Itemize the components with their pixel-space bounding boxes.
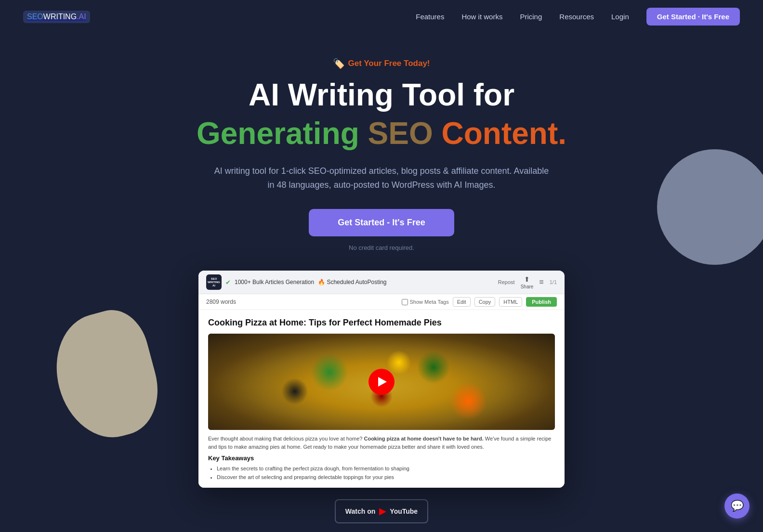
hero-headline-line2: Generating SEO Content. <box>19 117 744 150</box>
nav-resources[interactable]: Resources <box>559 13 594 21</box>
nav-links: Features How it works Pricing Resources … <box>416 13 740 21</box>
check-icon: ✔ <box>225 279 231 286</box>
nav-how-it-works[interactable]: How it works <box>461 13 502 21</box>
copy-button[interactable]: Copy <box>474 297 496 307</box>
key-takeaways-list: Learn the secrets to crafting the perfec… <box>208 465 555 481</box>
youtube-label: YouTube <box>390 507 418 515</box>
toolbar-left: SEO WRITING AI ✔ 1000+ Bulk Articles Gen… <box>206 274 387 290</box>
toolbar-logo: SEO WRITING AI <box>206 274 222 290</box>
logo-writing: WRITING <box>43 13 77 21</box>
page-count: 1/1 <box>550 279 557 285</box>
watch-label: Watch on <box>345 507 375 515</box>
video-section: SEO WRITING AI ✔ 1000+ Bulk Articles Gen… <box>0 261 763 523</box>
scheduled-autoposting-label: 🔥 Scheduled AutoPosting <box>318 279 386 285</box>
navbar: SEO WRITING .AI Features How it works Pr… <box>0 0 763 34</box>
youtube-icon: ▶ <box>379 506 386 517</box>
key-takeaways-title: Key Takeaways <box>208 454 555 462</box>
play-triangle-icon <box>378 377 387 387</box>
youtube-play-button[interactable] <box>368 369 395 395</box>
hero-subtitle: AI writing tool for 1-click SEO-optimize… <box>213 164 550 192</box>
video-meta-bar: 2809 words Show Meta Tags Edit Copy HTML… <box>198 294 565 310</box>
hero-badge: 🏷️ Get Your Free Today! <box>333 58 430 69</box>
meta-buttons: Show Meta Tags Edit Copy HTML Publish <box>402 297 557 307</box>
word-content: Content. <box>442 116 567 151</box>
pizza-image <box>208 334 555 430</box>
html-button[interactable]: HTML <box>499 297 522 307</box>
article-excerpt: Ever thought about making that delicious… <box>208 435 555 451</box>
chat-button[interactable]: 💬 <box>724 493 750 519</box>
logo-ai: .AI <box>77 13 86 21</box>
share-button[interactable]: ⬆ Share <box>521 275 534 289</box>
badge-text: Get Your Free Today! <box>348 59 430 68</box>
menu-icon[interactable]: ≡ <box>539 278 543 286</box>
badge-icon: 🏷️ <box>333 58 345 69</box>
nav-features[interactable]: Features <box>416 13 444 21</box>
article-title: Cooking Pizza at Home: Tips for Perfect … <box>208 318 555 328</box>
logo-seo: SEO <box>27 13 43 21</box>
toolbar-right: Repost ⬆ Share ≡ 1/1 <box>498 275 557 289</box>
video-toolbar: SEO WRITING AI ✔ 1000+ Bulk Articles Gen… <box>198 271 565 294</box>
word-generating: Generating <box>197 116 359 151</box>
hero-section: 🏷️ Get Your Free Today! AI Writing Tool … <box>0 34 763 261</box>
chat-icon: 💬 <box>731 500 744 512</box>
nav-login[interactable]: Login <box>611 13 629 21</box>
edit-button[interactable]: Edit <box>453 297 471 307</box>
repost-label: Repost <box>498 279 515 285</box>
bulk-articles-label: 1000+ Bulk Articles Generation <box>235 279 314 285</box>
video-wrapper: SEO WRITING AI ✔ 1000+ Bulk Articles Gen… <box>198 271 565 487</box>
watch-youtube-button[interactable]: Watch on ▶ YouTube <box>335 499 428 523</box>
logo[interactable]: SEO WRITING .AI <box>23 11 90 23</box>
no-credit-card-text: No credit card required. <box>19 244 744 251</box>
share-label: Share <box>521 284 534 289</box>
nav-pricing[interactable]: Pricing <box>520 13 542 21</box>
takeaway-item-2: Discover the art of selecting and prepar… <box>217 473 555 482</box>
nav-cta-button[interactable]: Get Started · It's Free <box>646 8 740 26</box>
share-icon: ⬆ <box>524 275 530 283</box>
article-content: Cooking Pizza at Home: Tips for Perfect … <box>198 310 565 487</box>
show-meta-checkbox[interactable] <box>402 299 408 305</box>
hero-cta-button[interactable]: Get Started - It's Free <box>309 209 454 236</box>
hero-headline-line1: AI Writing Tool for <box>19 78 744 112</box>
word-count: 2809 words <box>206 298 236 305</box>
word-seo: SEO <box>368 116 433 151</box>
takeaway-item-1: Learn the secrets to crafting the perfec… <box>217 465 555 473</box>
publish-button[interactable]: Publish <box>526 297 557 307</box>
